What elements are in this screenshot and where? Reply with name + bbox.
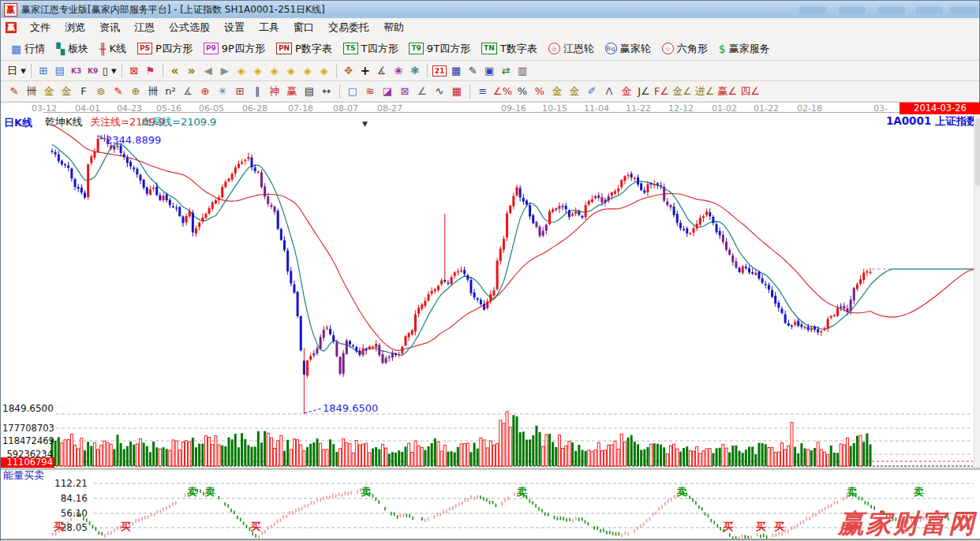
- square-number-tool-icon[interactable]: n²: [163, 84, 178, 99]
- gold-section-tool-icon[interactable]: 金: [42, 84, 56, 99]
- boxed-web-tool-icon[interactable]: ⊞: [233, 84, 247, 99]
- winner-wheel-button[interactable]: Big赢家轮: [600, 39, 656, 58]
- width-measure-tool-icon[interactable]: ↔: [320, 84, 334, 99]
- crosshair-icon[interactable]: +: [358, 63, 372, 78]
- angle-measure-icon[interactable]: ∡: [375, 63, 389, 78]
- spiral-tool-icon[interactable]: ⊚: [94, 84, 108, 99]
- gold-section2-tool-icon[interactable]: 金: [59, 84, 73, 99]
- net-sync-icon[interactable]: ⇄: [499, 63, 513, 78]
- gann-wheel-button[interactable]: ◎江恩轮: [543, 39, 600, 58]
- t9-square-button[interactable]: T99T四方形: [403, 39, 476, 58]
- gann-diamond-x-icon[interactable]: ◈: [284, 63, 298, 78]
- fibo-tool-icon[interactable]: F: [77, 84, 91, 99]
- window-pattern-icon[interactable]: ⊞: [36, 63, 50, 78]
- gold-line-tool-icon[interactable]: 金: [567, 84, 582, 99]
- kline9-icon[interactable]: K9: [86, 63, 100, 78]
- angle-ying-tool-icon[interactable]: 赢∠: [717, 84, 737, 99]
- p9-square-button[interactable]: P99P四方形: [198, 39, 271, 58]
- percent-red-tool-icon[interactable]: %: [533, 84, 547, 99]
- boxed-fan-tool-icon[interactable]: ◪: [380, 84, 395, 99]
- boxed-grid-tool-icon[interactable]: ⊠: [398, 84, 412, 99]
- menu-item-资讯[interactable]: 资讯: [92, 19, 127, 36]
- kline-button[interactable]: ╫K线: [94, 39, 132, 58]
- titlebar[interactable]: 赢 赢家江恩专业版[赢家内部服务平台] - [上证指数 SH1A0001-251…: [1, 1, 979, 19]
- angle-gold-tool-icon[interactable]: 金∠: [672, 84, 692, 99]
- candle-style-selector[interactable]: ▯ ▾: [103, 63, 117, 78]
- ying-tool-icon[interactable]: 赢: [285, 84, 299, 99]
- kline3-icon[interactable]: K3: [69, 63, 84, 78]
- info-list-icon[interactable]: ▤: [53, 63, 67, 78]
- levels-tool-icon[interactable]: ≡: [476, 84, 490, 99]
- period-day-selector[interactable]: 日 ▾: [7, 63, 26, 78]
- wave-spiral-icon[interactable]: ❃: [408, 63, 422, 78]
- step-back-icon[interactable]: ◀: [201, 63, 215, 78]
- gann-flower-icon[interactable]: ❀: [391, 63, 406, 78]
- save-icon[interactable]: ▣: [482, 63, 496, 78]
- pct-angle-tool-icon[interactable]: ∠%: [493, 84, 512, 99]
- jump-first-icon[interactable]: «: [168, 63, 182, 78]
- angle-si-tool-icon[interactable]: 四∠: [740, 84, 760, 99]
- menu-item-文件[interactable]: 文件: [23, 19, 58, 36]
- ruler-tool-icon[interactable]: ▤: [302, 84, 316, 99]
- menu-item-浏览[interactable]: 浏览: [58, 19, 92, 36]
- percent-tool-icon[interactable]: %: [515, 84, 529, 99]
- gann-diamond-all-icon[interactable]: ◈: [317, 63, 331, 78]
- select-box-tool-icon[interactable]: ▢: [346, 84, 360, 99]
- menu-item-交易委托[interactable]: 交易委托: [321, 19, 376, 36]
- qiankun-box-icon[interactable]: ⊠: [127, 63, 141, 78]
- menu-item-窗口[interactable]: 窗口: [286, 19, 321, 36]
- gold-box-tool-icon[interactable]: 金: [619, 84, 634, 99]
- chart-canvas[interactable]: [1, 103, 980, 541]
- memo-icon[interactable]: ✎: [466, 63, 480, 78]
- shen-tool-icon[interactable]: 神: [267, 84, 282, 99]
- step-forward-icon[interactable]: ▶: [218, 63, 232, 78]
- red-grid-tool-icon[interactable]: ▦: [450, 84, 464, 99]
- hatch-tool-icon[interactable]: 卌: [24, 84, 39, 99]
- calculator-icon[interactable]: ▦: [449, 63, 463, 78]
- winner-service-button[interactable]: $赢家服务: [713, 39, 776, 58]
- fan-lines-tool-icon[interactable]: ≋: [363, 84, 377, 99]
- angle-j-tool-icon[interactable]: J∠: [637, 84, 651, 99]
- t-square-button[interactable]: TST四方形: [338, 39, 404, 58]
- t-number-button[interactable]: TNT数字表: [476, 39, 543, 58]
- menu-item-帮助[interactable]: 帮助: [376, 19, 411, 36]
- menu-item-江恩[interactable]: 江恩: [127, 19, 162, 36]
- calendar-icon[interactable]: 21: [432, 63, 447, 78]
- lambda-wave-tool-icon[interactable]: Λ: [602, 84, 616, 99]
- gann-diamond-v-icon[interactable]: ◈: [301, 63, 315, 78]
- pencil-tool-icon[interactable]: ✎: [7, 84, 21, 99]
- hand-pan-icon[interactable]: ✥: [342, 63, 356, 78]
- period-label: 日K线: [4, 116, 32, 130]
- menu-item-设置[interactable]: 设置: [217, 19, 252, 36]
- remote-pc-icon[interactable]: ▥: [515, 63, 529, 78]
- jump-last-icon[interactable]: »: [185, 63, 199, 78]
- hatch2-tool-icon[interactable]: 卌: [146, 84, 160, 99]
- gold-oval-tool-icon[interactable]: 金: [550, 84, 564, 99]
- web-tool-icon[interactable]: ✳: [215, 84, 230, 99]
- quote-button[interactable]: ▦行情: [6, 39, 50, 58]
- date-tick-08-27: 08-27: [377, 103, 402, 114]
- wave-tool-icon[interactable]: ∿: [432, 84, 447, 99]
- hexagon-button[interactable]: ◇六角形: [656, 39, 713, 58]
- color-flag-icon[interactable]: ⚑: [144, 63, 158, 78]
- pencil2-tool-icon[interactable]: ✎: [111, 84, 125, 99]
- angle-f-tool-icon[interactable]: F∠: [654, 84, 669, 99]
- p-square-button[interactable]: PSP四方形: [132, 39, 198, 58]
- angle2-tool-icon[interactable]: ∠: [415, 84, 429, 99]
- p-number-button[interactable]: PNP数字表: [271, 39, 338, 58]
- menu-item-工具[interactable]: 工具: [252, 19, 286, 36]
- angle-jin-tool-icon[interactable]: 进∠: [695, 84, 715, 99]
- gann-diamond-h-icon[interactable]: ◈: [267, 63, 282, 78]
- date-tick-06-05: 06-05: [199, 103, 224, 114]
- sector-button[interactable]: ▚板块: [50, 39, 94, 58]
- gann-diamond-left-icon[interactable]: ◈: [234, 63, 249, 78]
- vertical-scrollbar[interactable]: [974, 114, 980, 468]
- angle-tool-icon[interactable]: ∡: [181, 84, 195, 99]
- parallel-tool-icon[interactable]: ∥: [250, 84, 264, 99]
- menu-item-公式选股[interactable]: 公式选股: [162, 19, 217, 36]
- blue-pencil-tool-icon[interactable]: ✐: [585, 84, 599, 99]
- scrollbar-thumb[interactable]: [975, 118, 980, 186]
- compass-tool-icon[interactable]: ⊕: [198, 84, 212, 99]
- gann-clock-tool-icon[interactable]: ⊕: [129, 84, 143, 99]
- gann-diamond-right-icon[interactable]: ◈: [251, 63, 265, 78]
